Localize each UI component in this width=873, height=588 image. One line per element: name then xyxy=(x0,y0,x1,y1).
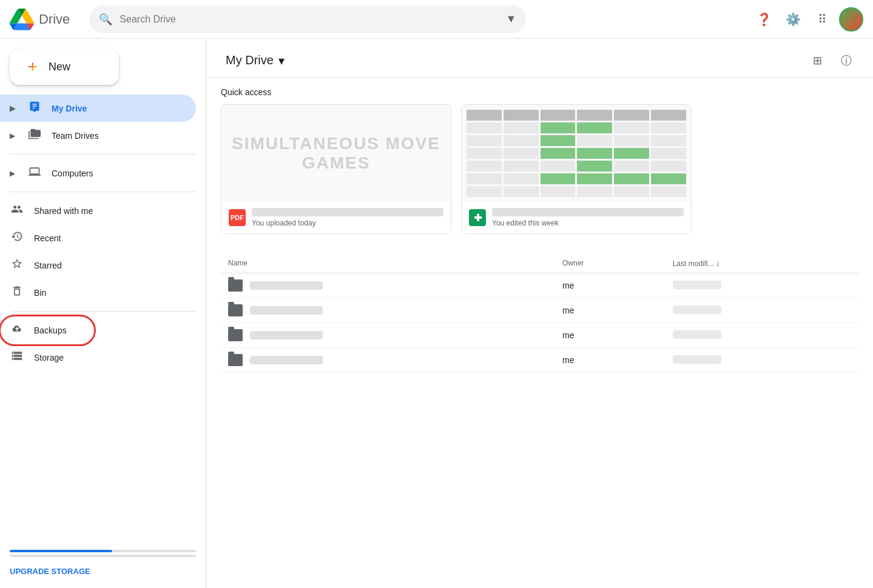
grid-view-button[interactable]: ⊞ xyxy=(805,48,829,73)
file-name-cell xyxy=(228,329,548,341)
grid-icon: ⊞ xyxy=(813,54,822,67)
cell-date xyxy=(666,348,858,373)
cell-owner: me xyxy=(555,323,666,348)
storage-bar-used xyxy=(10,550,112,552)
column-last-modified[interactable]: Last modifi... ↓ xyxy=(666,253,858,273)
column-name[interactable]: Name xyxy=(221,253,555,273)
upgrade-storage-link[interactable]: UPGRADE STORAGE xyxy=(10,564,196,578)
cell-name xyxy=(221,348,555,373)
folder-icon xyxy=(228,279,243,292)
quick-access-card-2[interactable]: ✚ You edited this week xyxy=(461,104,692,234)
storage-bar-secondary xyxy=(10,555,196,557)
quick-access-title: Quick access xyxy=(221,87,858,97)
backups-label: Backups xyxy=(34,326,186,335)
file-name-blur xyxy=(250,356,323,364)
sidebar-item-my-drive[interactable]: ▶ My Drive xyxy=(0,95,196,122)
folder-icon xyxy=(228,354,243,366)
new-button[interactable]: New xyxy=(10,48,119,85)
settings-button[interactable]: ⚙️ xyxy=(781,7,805,32)
cell-date xyxy=(666,323,858,348)
storage-bar xyxy=(10,550,196,552)
sidebar-item-computers[interactable]: ▶ Computers xyxy=(0,159,196,187)
recent-icon xyxy=(10,230,24,246)
recent-label: Recent xyxy=(34,233,186,243)
file-name-cell xyxy=(228,279,548,292)
content-area: My Drive ▾ ⊞ ⓘ Quick access SIMULTAN xyxy=(206,39,873,588)
apps-button[interactable]: ⠿ xyxy=(810,7,834,32)
team-drives-label: Team Drives xyxy=(52,131,186,141)
cell-name xyxy=(221,323,555,348)
file-name-cell xyxy=(228,304,548,316)
date-blur xyxy=(673,355,721,364)
computers-label: Computers xyxy=(52,169,186,178)
cell-name xyxy=(221,273,555,298)
column-owner[interactable]: Owner xyxy=(555,253,666,273)
card-meta-2: You edited this week xyxy=(492,219,684,227)
table-row[interactable]: me xyxy=(221,298,858,323)
team-drives-icon xyxy=(27,128,42,143)
sidebar-item-backups[interactable]: Backups xyxy=(0,316,196,344)
avatar[interactable] xyxy=(839,7,863,32)
cell-owner: me xyxy=(555,298,666,323)
storage-label: Storage xyxy=(34,353,186,362)
quick-access-grid: SIMULTANEOUS MOVE GAMES PDF You uploaded… xyxy=(221,104,858,234)
sidebar-item-shared-with-me[interactable]: Shared with me xyxy=(0,197,196,224)
expand-arrow-computers: ▶ xyxy=(10,169,15,178)
content-body: Quick access SIMULTANEOUS MOVE GAMES PDF… xyxy=(206,78,873,588)
file-name-cell xyxy=(228,354,548,366)
backups-wrapper: Backups xyxy=(0,316,206,344)
folder-icon xyxy=(228,329,243,341)
app-name: Drive xyxy=(39,12,70,27)
card-meta-1: You uploaded today xyxy=(252,219,443,227)
folder-icon xyxy=(228,304,243,316)
dropdown-chevron-icon: ▾ xyxy=(278,53,285,68)
spreadsheet-preview xyxy=(462,105,691,202)
info-icon: ⓘ xyxy=(841,53,852,68)
sidebar-item-team-drives[interactable]: ▶ Team Drives xyxy=(0,122,196,149)
table-row[interactable]: me xyxy=(221,273,858,298)
google-drive-logo[interactable]: Drive xyxy=(10,7,70,32)
sidebar-item-starred[interactable]: Starred xyxy=(0,252,196,279)
topbar-actions: ❓ ⚙️ ⠿ xyxy=(752,7,863,32)
search-dropdown-icon[interactable]: ▼ xyxy=(506,13,517,25)
table-header-row: Name Owner Last modifi... ↓ xyxy=(221,253,858,273)
my-drive-icon xyxy=(27,101,42,116)
divider-3 xyxy=(10,311,196,312)
card-file-info-2: You edited this week xyxy=(492,208,684,227)
info-button[interactable]: ⓘ xyxy=(834,48,858,73)
content-header-actions: ⊞ ⓘ xyxy=(805,48,858,73)
sidebar: New ▶ My Drive ▶ Team Drives ▶ Computers xyxy=(0,39,206,588)
cell-name xyxy=(221,298,555,323)
files-section: Name Owner Last modifi... ↓ xyxy=(221,253,858,373)
backups-icon xyxy=(10,322,24,338)
cell-date xyxy=(666,273,858,298)
pdf-icon: PDF xyxy=(229,209,246,226)
shared-icon xyxy=(10,203,24,218)
topbar: Drive 🔍 ▼ ❓ ⚙️ ⠿ xyxy=(0,0,873,39)
file-name-blur xyxy=(250,281,323,290)
bin-icon xyxy=(10,285,24,300)
sidebar-item-recent[interactable]: Recent xyxy=(0,224,196,252)
sort-icon: ↓ xyxy=(716,258,720,268)
search-bar[interactable]: 🔍 ▼ xyxy=(89,5,526,33)
table-row[interactable]: me xyxy=(221,348,858,373)
help-button[interactable]: ❓ xyxy=(752,7,776,32)
card-preview-2 xyxy=(462,105,691,202)
file-name-blur xyxy=(250,331,323,339)
content-header: My Drive ▾ ⊞ ⓘ xyxy=(206,39,873,78)
search-icon: 🔍 xyxy=(99,13,112,26)
sidebar-item-storage[interactable]: Storage xyxy=(0,344,196,371)
new-button-label: New xyxy=(49,61,70,73)
sidebar-item-bin[interactable]: Bin xyxy=(0,279,196,306)
quick-access-card-1[interactable]: SIMULTANEOUS MOVE GAMES PDF You uploaded… xyxy=(221,104,451,234)
main-layout: New ▶ My Drive ▶ Team Drives ▶ Computers xyxy=(0,39,873,588)
cell-date xyxy=(666,298,858,323)
drive-title-button[interactable]: My Drive ▾ xyxy=(221,51,289,70)
plus-icon xyxy=(24,58,41,75)
cell-owner: me xyxy=(555,273,666,298)
search-input[interactable] xyxy=(120,14,505,25)
my-drive-title: My Drive xyxy=(226,53,274,67)
files-table: Name Owner Last modifi... ↓ xyxy=(221,253,858,373)
card-info-2: ✚ You edited this week xyxy=(462,202,691,233)
table-row[interactable]: me xyxy=(221,323,858,348)
